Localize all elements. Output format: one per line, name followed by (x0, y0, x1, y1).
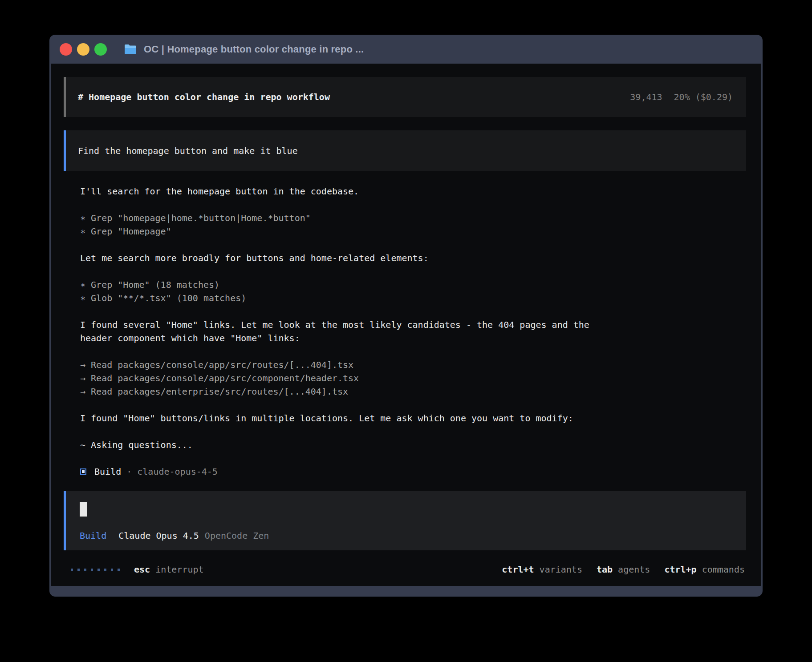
user-message: Find the homepage button and make it blu… (64, 130, 746, 171)
transcript-blank-line (80, 345, 746, 358)
agent-model: claude-opus-4-5 (137, 465, 218, 478)
token-count: 39,413 (630, 90, 662, 104)
transcript-line: → Read packages/console/app/src/componen… (80, 371, 746, 385)
statusbar-hints-right: ctrl+t variantstab agentsctrl+p commands (502, 563, 745, 576)
transcript-line: I found several "Home" links. Let me loo… (80, 318, 746, 331)
titlebar: OC | Homepage button color change in rep… (49, 35, 763, 64)
statusbar: esc interrupt ctrl+t variantstab agentsc… (64, 563, 746, 576)
session-title: # Homepage button color change in repo w… (78, 90, 330, 104)
agent-square-icon (80, 468, 86, 475)
transcript-line: → Read packages/enterprise/src/routes/[.… (80, 385, 746, 398)
spinner-dot (84, 569, 86, 571)
transcript-line: ~ Asking questions... (80, 438, 746, 452)
keybind-hint-agents: tab agents (597, 563, 650, 576)
transcript-blank-line (80, 398, 746, 412)
transcript-blank-line (80, 305, 746, 318)
spinner-dot (97, 569, 100, 571)
hint-label: interrupt (150, 564, 203, 575)
spinner-dots (71, 569, 120, 571)
zoom-button[interactable] (94, 43, 107, 56)
spinner-dot (118, 569, 120, 571)
keybind-hint-commands: ctrl+p commands (664, 563, 745, 576)
agent-name: Build (94, 465, 121, 478)
text-cursor (80, 502, 87, 517)
statusbar-hints-left: esc interrupt (134, 563, 204, 576)
transcript-line: ∗ Grep "homepage|home.*button|Home.*butt… (80, 211, 746, 225)
agent-separator: · (126, 465, 132, 478)
transcript-blank-line (80, 198, 746, 211)
terminal-content: # Homepage button color change in repo w… (51, 64, 761, 586)
transcript: I'll search for the homepage button in t… (64, 185, 746, 478)
keybind-hint-variants: ctrl+t variants (502, 563, 582, 576)
transcript-blank-line (80, 452, 746, 465)
transcript-line: I found "Home" buttons/links in multiple… (80, 412, 746, 425)
session-stats: 39,413 20% ($0.29) (630, 90, 733, 104)
transcript-line: ∗ Glob "**/*.tsx" (100 matches) (80, 291, 746, 305)
traffic-lights (60, 43, 107, 56)
hint-label: agents (613, 564, 650, 575)
prompt-agent-label: Build (80, 529, 106, 542)
hint-label: variants (534, 564, 582, 575)
spinner-dot (77, 569, 80, 571)
transcript-line: ∗ Grep "Homepage" (80, 225, 746, 238)
hint-key: tab (597, 564, 613, 575)
prompt-model-label: Claude Opus 4.5 (118, 529, 199, 542)
transcript-blank-line (80, 265, 746, 278)
context-cost: 20% ($0.29) (674, 90, 733, 104)
prompt-provider-label: OpenCode Zen (205, 529, 269, 542)
hint-key: esc (134, 564, 150, 575)
session-header: # Homepage button color change in repo w… (64, 77, 746, 117)
transcript-blank-line (80, 425, 746, 438)
close-button[interactable] (60, 43, 72, 56)
terminal-window: OC | Homepage button color change in rep… (49, 35, 763, 597)
hint-key: ctrl+p (664, 564, 696, 575)
transcript-line: I'll search for the homepage button in t… (80, 185, 746, 198)
agent-status-row: Build·claude-opus-4-5 (80, 465, 746, 478)
transcript-line: header component which have "Home" links… (80, 331, 746, 345)
prompt-input[interactable]: Build Claude Opus 4.5 OpenCode Zen (64, 491, 746, 550)
hint-label: commands (697, 564, 745, 575)
window-title: OC | Homepage button color change in rep… (144, 44, 364, 55)
spinner-dot (111, 569, 113, 571)
spinner-dot (71, 569, 73, 571)
hint-key: ctrl+t (502, 564, 534, 575)
user-message-text: Find the homepage button and make it blu… (78, 144, 298, 157)
transcript-line: → Read packages/console/app/src/routes/[… (80, 358, 746, 371)
spinner-dot (104, 569, 106, 571)
spinner-dot (91, 569, 93, 571)
folder-icon (124, 44, 137, 55)
minimize-button[interactable] (77, 43, 89, 56)
keybind-hint-interrupt: esc interrupt (134, 563, 204, 576)
transcript-blank-line (80, 238, 746, 251)
transcript-line: ∗ Grep "Home" (18 matches) (80, 278, 746, 291)
prompt-meta: Build Claude Opus 4.5 OpenCode Zen (80, 529, 733, 542)
transcript-line: Let me search more broadly for buttons a… (80, 251, 746, 265)
